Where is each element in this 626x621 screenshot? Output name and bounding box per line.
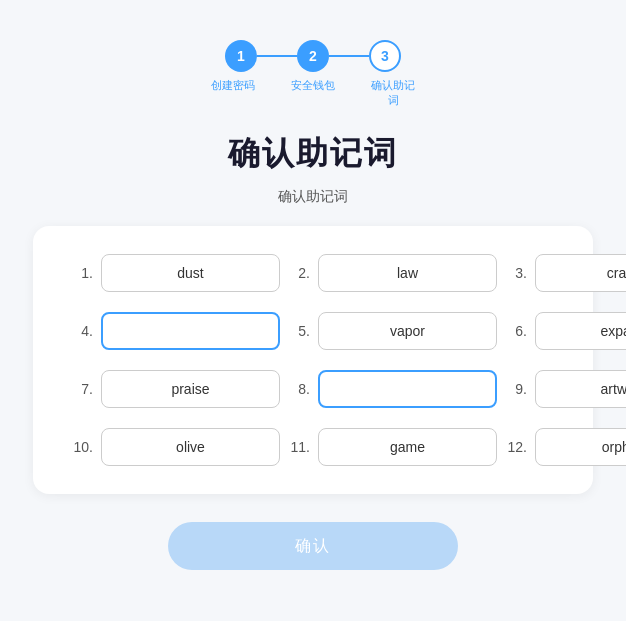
step-line-1 [257, 55, 297, 57]
page-title: 确认助记词 [228, 132, 398, 176]
mnemonic-index-7: 7. [73, 381, 93, 397]
mnemonic-index-4: 4. [73, 323, 93, 339]
mnemonic-input-7[interactable] [101, 370, 280, 408]
mnemonic-input-3[interactable] [535, 254, 626, 292]
step-3-circle: 3 [369, 40, 401, 72]
mnemonic-item-10: 10. [73, 428, 280, 466]
mnemonic-item-7: 7. [73, 370, 280, 408]
mnemonic-grid: 1.2.3.4.5.6.7.8.9.10.11.12. [73, 254, 553, 466]
mnemonic-item-4: 4. [73, 312, 280, 350]
stepper-labels: 创建密码 安全钱包 确认助记词 [207, 78, 419, 108]
mnemonic-item-1: 1. [73, 254, 280, 292]
step-3-label: 确认助记词 [367, 78, 419, 108]
mnemonic-index-9: 9. [507, 381, 527, 397]
mnemonic-input-5[interactable] [318, 312, 497, 350]
mnemonic-input-8[interactable] [318, 370, 497, 408]
mnemonic-item-6: 6. [507, 312, 626, 350]
mnemonic-index-11: 11. [290, 439, 310, 455]
mnemonic-item-2: 2. [290, 254, 497, 292]
mnemonic-index-6: 6. [507, 323, 527, 339]
mnemonic-item-12: 12. [507, 428, 626, 466]
mnemonic-index-8: 8. [290, 381, 310, 397]
step-line-2 [329, 55, 369, 57]
stepper: 1 2 3 创建密码 安全钱包 确认助记词 [207, 40, 419, 108]
step-1-circle: 1 [225, 40, 257, 72]
mnemonic-input-10[interactable] [101, 428, 280, 466]
mnemonic-input-4[interactable] [101, 312, 280, 350]
mnemonic-index-12: 12. [507, 439, 527, 455]
page-subtitle: 确认助记词 [278, 188, 348, 206]
mnemonic-index-5: 5. [290, 323, 310, 339]
step-1-label: 创建密码 [207, 78, 259, 93]
mnemonic-index-1: 1. [73, 265, 93, 281]
mnemonic-input-12[interactable] [535, 428, 626, 466]
mnemonic-index-2: 2. [290, 265, 310, 281]
mnemonic-card: 1.2.3.4.5.6.7.8.9.10.11.12. [33, 226, 593, 494]
mnemonic-item-9: 9. [507, 370, 626, 408]
mnemonic-item-3: 3. [507, 254, 626, 292]
step-2-circle: 2 [297, 40, 329, 72]
mnemonic-index-10: 10. [73, 439, 93, 455]
mnemonic-input-9[interactable] [535, 370, 626, 408]
step-2-label: 安全钱包 [287, 78, 339, 93]
mnemonic-input-6[interactable] [535, 312, 626, 350]
mnemonic-input-11[interactable] [318, 428, 497, 466]
mnemonic-input-1[interactable] [101, 254, 280, 292]
mnemonic-input-2[interactable] [318, 254, 497, 292]
mnemonic-item-5: 5. [290, 312, 497, 350]
mnemonic-item-11: 11. [290, 428, 497, 466]
confirm-button[interactable]: 确认 [168, 522, 458, 570]
mnemonic-item-8: 8. [290, 370, 497, 408]
page-container: 1 2 3 创建密码 安全钱包 确认助记词 确认助记词 确认助记词 1.2.3.… [0, 0, 626, 621]
mnemonic-index-3: 3. [507, 265, 527, 281]
stepper-circles: 1 2 3 [225, 40, 401, 72]
